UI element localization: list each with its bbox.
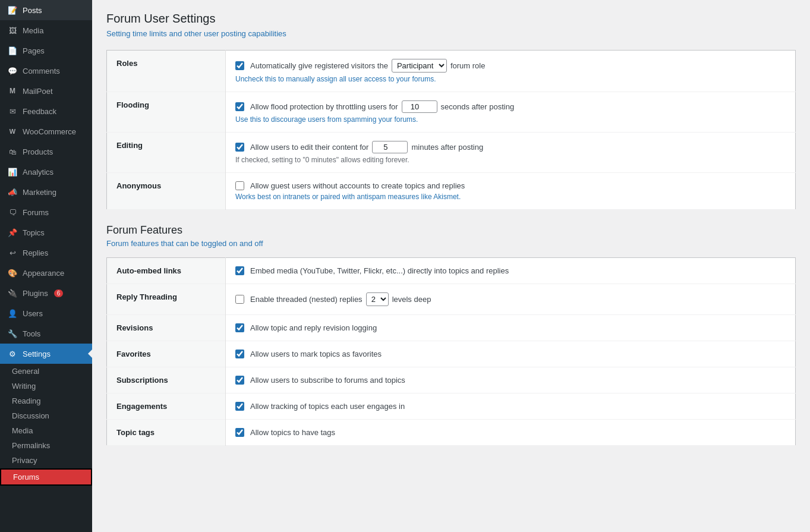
threading-checkbox[interactable] <box>235 295 244 304</box>
table-row-threading: Reply Threading Enable threaded (nested)… <box>107 284 796 315</box>
editing-text-after: minutes after posting <box>411 143 483 152</box>
sidebar-item-posts[interactable]: 📝 Posts <box>0 0 92 20</box>
roles-select[interactable]: Participant Moderator Keymaster Blocked … <box>392 59 447 73</box>
submenu-reading[interactable]: Reading <box>0 394 92 408</box>
table-row-anonymous: Anonymous Allow guest users without acco… <box>107 173 796 210</box>
table-row-subscriptions: Subscriptions Allow users to subscribe t… <box>107 367 796 394</box>
threading-select[interactable]: 2 3 4 5 <box>366 292 389 306</box>
table-row-engagements: Engagements Allow tracking of topics eac… <box>107 394 796 420</box>
feedback-icon: ✉ <box>7 106 18 117</box>
media-icon: 🖼 <box>7 25 18 36</box>
sidebar-item-replies[interactable]: ↩ Replies <box>0 243 92 263</box>
sidebar-item-mailpoet[interactable]: M MailPoet <box>0 81 92 101</box>
threading-control: Enable threaded (nested) replies 2 3 4 5… <box>235 292 786 306</box>
sidebar-item-products[interactable]: 🛍 Products <box>0 141 92 162</box>
editing-value-input[interactable] <box>372 141 408 153</box>
submenu-general[interactable]: General <box>0 364 92 379</box>
anonymous-label: Anonymous <box>116 181 161 190</box>
flooding-checkbox[interactable] <box>235 102 244 111</box>
page-title: Forum User Settings <box>106 12 796 26</box>
sidebar-item-media[interactable]: 🖼 Media <box>0 20 92 40</box>
marketing-icon: 📣 <box>7 187 18 197</box>
revisions-text: Allow topic and reply revision logging <box>250 323 377 332</box>
plugins-badge: 6 <box>54 289 64 297</box>
submenu-privacy[interactable]: Privacy <box>0 453 92 468</box>
main-content: Forum User Settings Setting time limits … <box>92 0 810 532</box>
flooding-label: Flooding <box>116 100 149 109</box>
favorites-control: Allow users to mark topics as favorites <box>235 350 786 358</box>
flooding-text-after: seconds after posting <box>441 102 515 111</box>
features-table: Auto-embed links Embed media (YouTube, T… <box>106 257 796 446</box>
analytics-icon: 📊 <box>7 166 18 177</box>
topictags-checkbox[interactable] <box>235 428 244 437</box>
table-row-flooding: Flooding Allow flood protection by throt… <box>107 92 796 133</box>
forums-icon: 🗨 <box>7 207 18 218</box>
sidebar-item-users[interactable]: 👤 Users <box>0 303 92 323</box>
table-row-revisions: Revisions Allow topic and reply revision… <box>107 315 796 341</box>
subscriptions-control: Allow users to subscribe to forums and t… <box>235 376 786 385</box>
engagements-checkbox[interactable] <box>235 402 244 411</box>
editing-control: Allow users to edit their content for mi… <box>235 141 786 153</box>
subscriptions-checkbox[interactable] <box>235 376 244 385</box>
favorites-checkbox[interactable] <box>235 350 244 358</box>
woocommerce-icon: W <box>7 126 18 137</box>
sidebar-item-feedback[interactable]: ✉ Feedback <box>0 101 92 121</box>
users-icon: 👤 <box>7 308 18 319</box>
submenu-forums[interactable]: Forums <box>0 468 92 486</box>
sidebar-item-plugins[interactable]: 🔌 Plugins 6 <box>0 283 92 303</box>
anonymous-text: Allow guest users without accounts to cr… <box>250 181 465 190</box>
sidebar-item-forums[interactable]: 🗨 Forums <box>0 202 92 222</box>
plugins-icon: 🔌 <box>7 288 18 298</box>
threading-label: Reply Threading <box>116 292 177 301</box>
settings-icon: ⚙ <box>7 348 18 359</box>
roles-label: Roles <box>116 59 137 68</box>
flooding-text-before: Allow flood protection by throttling use… <box>250 102 398 111</box>
topics-icon: 📌 <box>7 227 18 238</box>
autoembed-checkbox[interactable] <box>235 266 244 275</box>
flooding-value-input[interactable] <box>402 100 437 113</box>
sidebar-item-appearance[interactable]: 🎨 Appearance <box>0 263 92 283</box>
editing-help: If checked, setting to "0 minutes" allow… <box>235 156 786 164</box>
revisions-checkbox[interactable] <box>235 323 244 332</box>
submenu-writing[interactable]: Writing <box>0 379 92 394</box>
topictags-control: Allow topics to have tags <box>235 428 786 437</box>
sidebar-item-analytics[interactable]: 📊 Analytics <box>0 162 92 182</box>
threading-text: Enable threaded (nested) replies <box>250 295 363 304</box>
table-row-favorites: Favorites Allow users to mark topics as … <box>107 341 796 367</box>
active-arrow <box>88 350 92 358</box>
topictags-label: Topic tags <box>116 428 155 437</box>
anonymous-checkbox[interactable] <box>235 181 244 190</box>
sidebar-item-comments[interactable]: 💬 Comments <box>0 61 92 81</box>
table-row-roles: Roles Automatically give registered visi… <box>107 51 796 92</box>
flooding-control: Allow flood protection by throttling use… <box>235 100 786 113</box>
submenu-discussion[interactable]: Discussion <box>0 408 92 423</box>
editing-label: Editing <box>116 141 143 150</box>
topictags-text: Allow topics to have tags <box>250 428 335 437</box>
submenu-permalinks[interactable]: Permalinks <box>0 438 92 453</box>
roles-help: Uncheck this to manually assign all user… <box>235 75 786 83</box>
sidebar-item-settings[interactable]: ⚙ Settings <box>0 344 92 364</box>
user-settings-table: Roles Automatically give registered visi… <box>106 50 796 210</box>
sidebar-item-pages[interactable]: 📄 Pages <box>0 40 92 61</box>
favorites-label: Favorites <box>116 350 151 358</box>
sidebar-item-marketing[interactable]: 📣 Marketing <box>0 182 92 202</box>
products-icon: 🛍 <box>7 146 18 157</box>
roles-checkbox[interactable] <box>235 61 244 70</box>
editing-checkbox[interactable] <box>235 143 244 152</box>
table-row-autoembed: Auto-embed links Embed media (YouTube, T… <box>107 258 796 284</box>
appearance-icon: 🎨 <box>7 267 18 278</box>
subscriptions-label: Subscriptions <box>116 376 168 385</box>
comments-icon: 💬 <box>7 65 18 76</box>
editing-text-before: Allow users to edit their content for <box>250 143 368 152</box>
submenu-media-settings[interactable]: Media <box>0 423 92 438</box>
threading-text-after: levels deep <box>392 295 431 304</box>
tools-icon: 🔧 <box>7 328 18 339</box>
engagements-control: Allow tracking of topics each user engag… <box>235 402 786 411</box>
sidebar-item-tools[interactable]: 🔧 Tools <box>0 323 92 344</box>
sidebar-item-topics[interactable]: 📌 Topics <box>0 222 92 243</box>
engagements-label: Engagements <box>116 402 167 411</box>
table-row-topictags: Topic tags Allow topics to have tags <box>107 420 796 446</box>
anonymous-help: Works best on intranets or paired with a… <box>235 193 786 201</box>
sidebar-item-woocommerce[interactable]: W WooCommerce <box>0 121 92 141</box>
features-title: Forum Features <box>106 224 796 237</box>
